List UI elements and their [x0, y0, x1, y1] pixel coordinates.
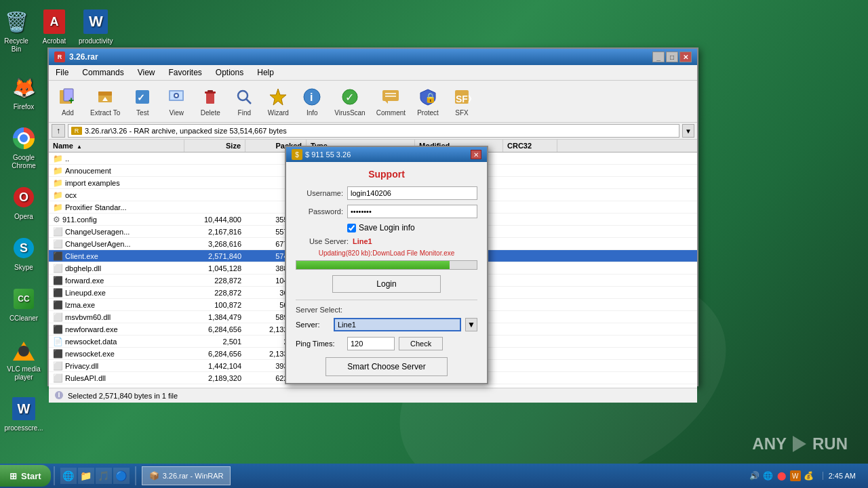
quicklaunch-ie[interactable]: 🌐 [60, 468, 77, 484]
start-button[interactable]: ⊞ Start [0, 465, 51, 487]
dll-icon: ⬜ [53, 312, 63, 322]
systray-app1[interactable]: W [790, 470, 801, 481]
password-input[interactable] [347, 205, 477, 218]
col-header-name[interactable]: Name ▲ [49, 140, 184, 152]
toolbar-test[interactable]: ✓ Test [126, 83, 159, 119]
file-size: 3,268,616 [184, 239, 245, 249]
systray-network[interactable]: 🌐 [763, 470, 774, 481]
systray-antivirus[interactable]: ⬤ [776, 470, 787, 481]
ping-input[interactable] [347, 337, 395, 350]
toolbar-comment[interactable]: Comment [372, 83, 410, 119]
file-crc32 [503, 341, 557, 342]
menu-commands[interactable]: Commands [78, 66, 127, 79]
close-button[interactable]: ✕ [679, 52, 692, 62]
minimize-button[interactable]: _ [652, 52, 665, 62]
exe-icon: ⬛ [53, 288, 63, 298]
desktop-icon-skype[interactable]: S Skype [0, 229, 47, 277]
smart-choose-button[interactable]: Smart Choose Server [326, 357, 448, 376]
menu-favorites[interactable]: Favorites [165, 66, 206, 79]
taskbar-clock[interactable]: 2:45 AM [823, 472, 861, 480]
toolbar-find[interactable]: Find [228, 83, 260, 119]
file-crc32 [503, 256, 557, 257]
taskbar-right: 🔊 🌐 ⬤ W 💰 2:45 AM [738, 470, 868, 481]
dialog-close-button[interactable]: ✕ [471, 150, 481, 159]
svg-rect-4 [98, 92, 112, 96]
address-dropdown[interactable]: ▼ [682, 124, 694, 138]
sfx-icon: SFX [451, 86, 473, 108]
server-dropdown[interactable]: ▼ [465, 318, 477, 331]
menu-file[interactable]: File [52, 66, 73, 79]
quicklaunch-media[interactable]: 🎵 [96, 468, 112, 484]
check-button[interactable]: Check [399, 337, 443, 350]
winrar-toolbar: + Add Extract To ✓ Test View [49, 81, 697, 123]
titlebar-left: R 3.26.rar [54, 52, 98, 62]
desktop-icon-vlc[interactable]: VLC media player [0, 331, 47, 387]
toolbar-extract-label: Extract To [90, 109, 120, 117]
col-header-size[interactable]: Size [184, 140, 245, 152]
toolbar-wizard[interactable]: Wizard [262, 83, 294, 119]
find-icon [233, 86, 255, 108]
anyrun-run: RUN [812, 434, 848, 453]
toolbar-sfx[interactable]: SFX SFX [446, 83, 478, 119]
svg-text:✓: ✓ [137, 92, 145, 103]
menu-help[interactable]: Help [253, 66, 278, 79]
username-input[interactable] [347, 186, 477, 200]
toolbar-virusscan[interactable]: ✓ VirusScan [330, 83, 370, 119]
address-display: R 3.26.rar\3.26 - RAR archive, unpacked … [68, 124, 679, 138]
file-size: 2,167,816 [184, 227, 245, 237]
svg-text:✓: ✓ [345, 92, 354, 103]
desktop-icon-opera[interactable]: O Opera [0, 178, 47, 226]
ping-label: Ping Times: [296, 340, 343, 348]
systray-coin[interactable]: 💰 [804, 470, 814, 481]
protect-icon: 🔒 [417, 86, 439, 108]
file-size: 10,444,800 [184, 215, 245, 224]
password-label: Password: [296, 207, 343, 216]
systray-sound[interactable]: 🔊 [749, 470, 760, 481]
winrar-menu: File Commands View Favorites Options Hel… [49, 65, 697, 81]
start-label: Start [21, 471, 41, 481]
file-size: 228,872 [184, 276, 245, 285]
file-crc32 [503, 170, 557, 171]
windows-logo-icon: ⊞ [9, 471, 17, 481]
config-icon: ⚙ [53, 215, 60, 224]
file-crc32 [503, 353, 557, 354]
col-header-crc32[interactable]: CRC32 [503, 140, 557, 152]
menu-options[interactable]: Options [212, 66, 248, 79]
anyrun-logo: ANY RUN [752, 434, 848, 454]
taskbar-winrar-icon: 📦 [149, 471, 159, 481]
quicklaunch-chrome[interactable]: 🔵 [113, 468, 130, 484]
server-input[interactable] [334, 318, 461, 331]
file-crc32 [503, 207, 557, 208]
toolbar-add[interactable]: + Add [52, 83, 84, 119]
toolbar-find-label: Find [238, 109, 251, 117]
svg-text:🔒: 🔒 [425, 92, 437, 104]
restore-button[interactable]: □ [666, 52, 678, 62]
word-label: productivity [79, 37, 113, 45]
toolbar-protect[interactable]: 🔒 Protect [412, 83, 444, 119]
desktop-icon-firefox[interactable]: 🦊 Firefox [0, 68, 47, 117]
quicklaunch-folder[interactable]: 📁 [78, 468, 94, 484]
menu-view[interactable]: View [134, 66, 159, 79]
exe-icon: ⬛ [53, 251, 63, 261]
desktop-icon-ccleaner[interactable]: CC CCleaner [0, 280, 47, 328]
desktop-icon-processcreator[interactable]: W processcre... [0, 390, 47, 438]
save-login-checkbox[interactable] [347, 224, 356, 232]
file-crc32 [503, 365, 557, 367]
taskbar-winrar[interactable]: 📦 3.26.rar - WinRAR [142, 466, 231, 485]
login-button[interactable]: Login [332, 275, 441, 293]
svg-point-15 [238, 91, 248, 100]
exe-icon: ⬛ [53, 325, 63, 334]
file-crc32 [503, 268, 557, 269]
toolbar-extract[interactable]: Extract To [85, 83, 125, 119]
desktop-icon-recycle[interactable]: 🗑️ Recycle Bin [0, 3, 33, 59]
file-crc32 [503, 231, 557, 232]
recycle-bin-label: Recycle Bin [3, 37, 30, 54]
dll-icon: ⬜ [53, 373, 63, 383]
toolbar-view[interactable]: View [160, 83, 193, 119]
toolbar-info[interactable]: i Info [296, 83, 328, 119]
desktop-icon-chrome[interactable]: Google Chrome [0, 119, 47, 176]
address-text: 3.26.rar\3.26 - RAR archive, unpacked si… [85, 127, 287, 135]
toolbar-delete[interactable]: Delete [194, 83, 226, 119]
navigate-up-button[interactable]: ↑ [52, 124, 65, 138]
folder-icon: 📁 [53, 203, 63, 212]
